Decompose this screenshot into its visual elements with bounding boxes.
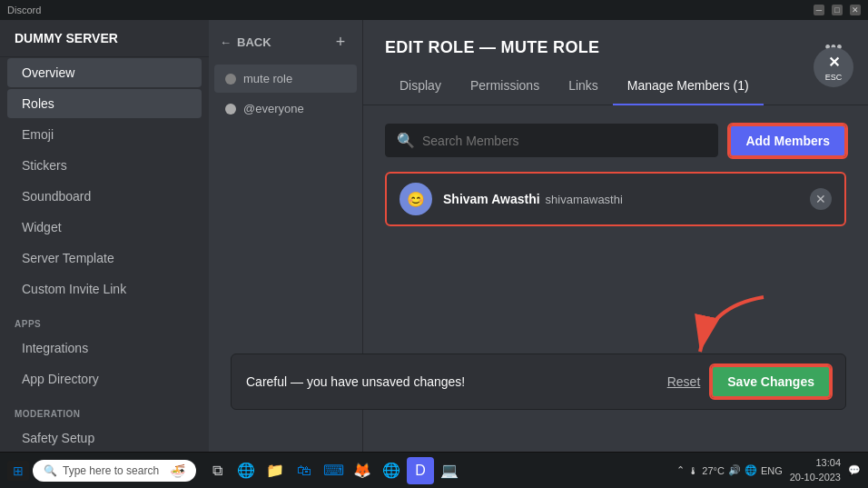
member-row: 😊 Shivam Awasthi shivamawasthi ✕: [385, 172, 846, 226]
bottom-bar: Careful — you have unsaved changes! Rese…: [231, 354, 846, 410]
app-title: Discord: [7, 5, 41, 15]
minimize-button[interactable]: ─: [814, 5, 824, 15]
back-arrow-icon: ←: [220, 35, 232, 49]
notification-button[interactable]: 💬: [848, 464, 861, 476]
role-dot: [225, 74, 236, 85]
discord-taskbar-button[interactable]: D: [407, 457, 434, 484]
tab-links[interactable]: Links: [554, 67, 613, 105]
firefox-button[interactable]: 🦊: [349, 457, 376, 484]
sidebar-item-widget[interactable]: Widget: [7, 213, 202, 242]
taskbar-search-label: Type here to search: [63, 464, 159, 477]
unsaved-text: Careful — you have unsaved changes!: [246, 374, 465, 389]
reset-button[interactable]: Reset: [667, 374, 701, 389]
search-box[interactable]: 🔍: [385, 124, 718, 157]
sidebar-item-overview[interactable]: Overview: [7, 58, 202, 87]
apps-section-label: APPS: [0, 304, 209, 333]
esc-label: ESC: [825, 73, 843, 82]
chrome-button[interactable]: 🌐: [378, 457, 405, 484]
tab-permissions[interactable]: Permissions: [456, 67, 554, 105]
esc-x-icon: ✕: [828, 54, 840, 71]
add-members-button[interactable]: Add Members: [729, 124, 846, 157]
add-role-button[interactable]: +: [330, 31, 351, 53]
sidebar-item-safety-setup[interactable]: Safety Setup: [7, 423, 202, 452]
sidebar-item-roles[interactable]: Roles: [7, 89, 202, 118]
taskbar-bing-icon: 🍜: [170, 463, 185, 478]
sidebar-item-app-directory[interactable]: App Directory: [7, 364, 202, 393]
search-input[interactable]: [422, 134, 706, 148]
member-name: Shivam Awasthi: [443, 192, 540, 206]
vscode-button[interactable]: ⌨: [320, 457, 347, 484]
search-icon: 🔍: [397, 132, 415, 149]
avatar: 😊: [399, 183, 432, 215]
clock: 13:04 20-10-2023: [790, 456, 841, 484]
taskbar-right: ⌃ 🌡 27°C 🔊 🌐 ENG 13:04 20-10-2023 💬: [676, 456, 861, 484]
taskbar-search-icon: 🔍: [44, 464, 57, 477]
member-info: Shivam Awasthi shivamawasthi: [443, 192, 799, 206]
sidebar-item-stickers[interactable]: Stickers: [7, 151, 202, 180]
browser-edge-button[interactable]: 🌐: [232, 457, 260, 484]
tab-display[interactable]: Display: [385, 67, 456, 105]
start-button[interactable]: ⊞: [7, 461, 29, 481]
role-item-everyone[interactable]: @everyone: [214, 95, 357, 123]
title-bar: Discord ─ □ ✕: [0, 0, 868, 20]
sidebar-item-integrations[interactable]: Integrations: [7, 334, 202, 363]
member-username: shivamawasthi: [546, 193, 623, 206]
close-button[interactable]: ✕: [850, 5, 861, 15]
role-editor-title: EDIT ROLE — MUTE ROLE: [385, 38, 599, 57]
sidebar-item-custom-invite-link[interactable]: Custom Invite Link: [7, 274, 202, 304]
sidebar-item-soundboard[interactable]: Soundboard: [7, 182, 202, 211]
back-button[interactable]: ← BACK: [220, 35, 271, 49]
role-dot: [225, 104, 236, 115]
taskbar-search-box[interactable]: 🔍 Type here to search 🍜: [33, 460, 196, 482]
role-editor-header: EDIT ROLE — MUTE ROLE •••: [363, 20, 868, 60]
bottom-bar-actions: Reset Save Changes: [667, 365, 831, 398]
taskbar-icons: ⧉ 🌐 📁 🛍 ⌨ 🦊 🌐 D 💻: [203, 457, 463, 484]
file-explorer-button[interactable]: 📁: [261, 457, 289, 484]
role-item-mute[interactable]: mute role: [214, 65, 357, 93]
window-controls: ─ □ ✕: [814, 5, 861, 15]
terminal-button[interactable]: 💻: [436, 457, 463, 484]
sidebar: DUMMY SERVER Overview Roles Emoji Sticke…: [0, 20, 209, 452]
sidebar-item-server-template[interactable]: Server Template: [7, 244, 202, 273]
taskbar: ⊞ 🔍 Type here to search 🍜 ⧉ 🌐 📁 🛍 ⌨ 🦊 🌐 …: [0, 452, 868, 488]
bottom-bar-wrapper: Careful — you have unsaved changes! Rese…: [209, 354, 868, 410]
sidebar-item-emoji[interactable]: Emoji: [7, 120, 202, 149]
maximize-button[interactable]: □: [832, 5, 843, 15]
task-view-button[interactable]: ⧉: [203, 457, 231, 484]
roles-panel-header: ← BACK +: [209, 31, 362, 64]
server-name: DUMMY SERVER: [0, 20, 209, 57]
windows-logo-icon: ⊞: [13, 463, 24, 478]
search-add-row: 🔍 Add Members: [385, 124, 846, 157]
remove-member-button[interactable]: ✕: [810, 188, 832, 210]
store-button[interactable]: 🛍: [291, 457, 318, 484]
moderation-section-label: MODERATION: [0, 394, 209, 423]
system-tray[interactable]: ⌃ 🌡 27°C 🔊 🌐 ENG: [676, 464, 782, 476]
save-changes-button[interactable]: Save Changes: [711, 365, 831, 398]
tabs: Display Permissions Links Manage Members…: [363, 67, 868, 105]
esc-button[interactable]: ✕ ESC: [814, 47, 853, 87]
tab-manage-members[interactable]: Manage Members (1): [613, 67, 764, 105]
